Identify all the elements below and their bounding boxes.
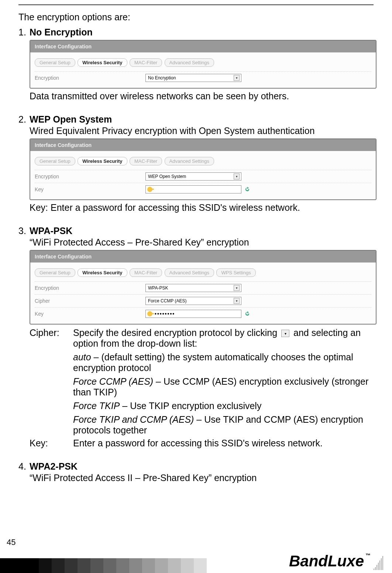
option-name: Force TKIP xyxy=(73,401,120,411)
row-label: Key xyxy=(35,311,145,317)
row-label: Cipher xyxy=(35,298,145,304)
def-body: Enter a password for accessing this SSID… xyxy=(73,438,374,449)
tabs: General Setup Wireless Security MAC-Filt… xyxy=(35,268,371,277)
brand-text: BandLuxe xyxy=(289,552,364,570)
encryption-select[interactable]: WEP Open System ▾ xyxy=(145,172,241,181)
panel-body: General Setup Wireless Security MAC-Filt… xyxy=(30,151,376,199)
panel-body: General Setup Wireless Security MAC-Filt… xyxy=(30,263,376,324)
key-description: Key: Enter a password for accessing this… xyxy=(30,202,374,213)
refresh-icon[interactable] xyxy=(244,186,250,192)
row-label: Encryption xyxy=(35,285,145,291)
tab-wireless-security[interactable]: Wireless Security xyxy=(78,268,127,277)
item-number: 2. xyxy=(18,114,30,125)
option-name: Force CCMP (AES) xyxy=(73,376,153,387)
dropdown-arrow-icon: ▾ xyxy=(234,285,240,291)
tabs: General Setup Wireless Security MAC-Filt… xyxy=(35,157,371,165)
row-cipher: Cipher Force CCMP (AES) ▾ xyxy=(35,294,371,307)
row-encryption: Encryption No Encryption ▾ xyxy=(35,71,371,84)
option-text: Use TKIP encryption exclusively xyxy=(130,401,261,411)
tab-general-setup[interactable]: General Setup xyxy=(35,58,75,67)
item-subtitle: “WiFi Protected Access – Pre-Shared Key”… xyxy=(30,237,374,248)
item-no-encryption: 1.No Encryption Interface Configuration … xyxy=(18,27,374,102)
key-input[interactable]: •••••••• xyxy=(145,310,241,318)
row-encryption: Encryption WEP Open System ▾ xyxy=(35,170,371,183)
item-wpa2-psk: 4.WPA2-PSK “WiFi Protected Access II – P… xyxy=(18,461,374,483)
tab-mac-filter[interactable]: MAC-Filter xyxy=(130,157,162,165)
item-number: 3. xyxy=(18,226,30,236)
dropdown-arrow-icon: ▾ xyxy=(234,75,240,81)
def-body: Specify the desired encryption protocol … xyxy=(73,327,374,436)
select-value: No Encryption xyxy=(148,75,176,80)
item-description: Data transmitted over wireless networks … xyxy=(30,91,374,102)
key-icon xyxy=(147,311,152,316)
def-cipher: Cipher: Specify the desired encryption p… xyxy=(30,327,374,436)
option-sep: – xyxy=(153,376,164,387)
item-subtitle: “WiFi Protected Access II – Pre-Shared K… xyxy=(30,473,374,483)
row-label: Encryption xyxy=(35,75,145,81)
panel-wep: Interface Configuration General Setup Wi… xyxy=(30,138,376,200)
top-rule xyxy=(18,4,374,5)
page-number: 45 xyxy=(7,538,16,547)
key-value: •••••••• xyxy=(155,311,175,317)
def-label: Key: xyxy=(30,438,73,449)
panel-header: Interface Configuration xyxy=(30,139,376,151)
tab-wireless-security[interactable]: Wireless Security xyxy=(78,58,127,67)
select-value: WPA-PSK xyxy=(148,285,168,291)
row-label: Key xyxy=(35,186,145,192)
item-title: WPA2-PSK xyxy=(30,461,78,471)
select-value: Force CCMP (AES) xyxy=(148,298,186,303)
panel-body: General Setup Wireless Security MAC-Filt… xyxy=(30,52,376,88)
cipher-intro-a: Specify the desired encryption protocol … xyxy=(73,327,277,338)
panel-wpa: Interface Configuration General Setup Wi… xyxy=(30,250,376,325)
item-title: WEP Open System xyxy=(30,114,112,124)
definitions: Cipher: Specify the desired encryption p… xyxy=(30,327,374,449)
item-number: 1. xyxy=(18,27,30,38)
tab-general-setup[interactable]: General Setup xyxy=(35,268,75,277)
option-name: auto xyxy=(73,352,91,362)
tab-wireless-security[interactable]: Wireless Security xyxy=(78,157,127,165)
brand-logo: BandLuxe™ xyxy=(289,552,371,570)
item-title: No Encryption xyxy=(30,27,93,37)
key-input[interactable] xyxy=(145,185,241,193)
option-sep: – xyxy=(120,401,130,411)
item-wpa-psk: 3.WPA-PSK “WiFi Protected Access – Pre-S… xyxy=(18,226,374,449)
tab-advanced-settings[interactable]: Advanced Settings xyxy=(165,268,214,277)
cipher-select[interactable]: Force CCMP (AES) ▾ xyxy=(145,297,241,305)
select-value: WEP Open System xyxy=(148,174,186,179)
dropdown-arrow-icon: ▾ xyxy=(234,174,240,179)
signal-lines-icon xyxy=(374,555,388,570)
panel-header: Interface Configuration xyxy=(30,41,376,52)
row-label: Encryption xyxy=(35,174,145,179)
def-label: Cipher: xyxy=(30,327,73,436)
panel-header: Interface Configuration xyxy=(30,251,376,263)
panel-no-encryption: Interface Configuration General Setup Wi… xyxy=(30,40,376,89)
option-text: (default setting) the system automatical… xyxy=(73,352,353,373)
key-icon xyxy=(147,187,152,192)
item-subtitle: Wired Equivalent Privacy encryption with… xyxy=(30,126,374,136)
footer: BandLuxe™ xyxy=(0,553,392,573)
tab-general-setup[interactable]: General Setup xyxy=(35,157,75,165)
encryption-select[interactable]: WPA-PSK ▾ xyxy=(145,284,241,292)
tab-advanced-settings[interactable]: Advanced Settings xyxy=(165,58,214,67)
item-title: WPA-PSK xyxy=(30,226,72,236)
tab-advanced-settings[interactable]: Advanced Settings xyxy=(165,157,214,165)
row-encryption: Encryption WPA-PSK ▾ xyxy=(35,281,371,294)
cipher-option-tkip-ccmp: Force TKIP and CCMP (AES) – Use TKIP and… xyxy=(73,414,374,436)
tab-wps-settings[interactable]: WPS Settings xyxy=(216,268,255,277)
item-number: 4. xyxy=(18,461,30,472)
gradient-bar xyxy=(0,558,207,573)
encryption-select[interactable]: No Encryption ▾ xyxy=(145,74,241,82)
cipher-option-auto: auto – (default setting) the system auto… xyxy=(73,352,374,373)
trademark-icon: ™ xyxy=(365,552,371,558)
tabs: General Setup Wireless Security MAC-Filt… xyxy=(35,58,371,67)
def-key: Key: Enter a password for accessing this… xyxy=(30,438,374,449)
option-name: Force TKIP and CCMP (AES) xyxy=(73,414,194,425)
item-wep-open: 2.WEP Open System Wired Equivalent Priva… xyxy=(18,114,374,213)
option-sep: – xyxy=(194,414,204,425)
refresh-icon[interactable] xyxy=(244,311,250,317)
dropdown-arrow-icon: ▾ xyxy=(281,330,289,337)
tab-mac-filter[interactable]: MAC-Filter xyxy=(130,268,162,277)
cipher-option-tkip: Force TKIP – Use TKIP encryption exclusi… xyxy=(73,401,374,411)
tab-mac-filter[interactable]: MAC-Filter xyxy=(130,58,162,67)
option-sep: – xyxy=(91,352,102,362)
